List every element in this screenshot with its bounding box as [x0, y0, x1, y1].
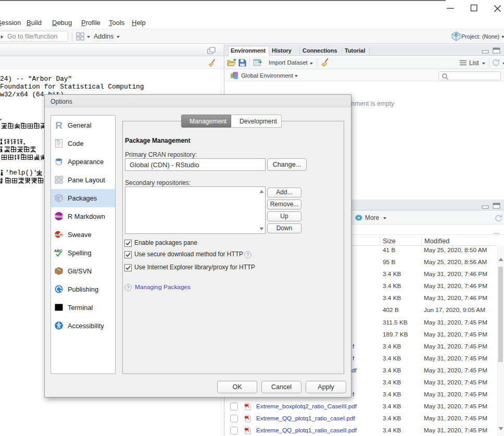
svg-text:?: ?: [246, 252, 249, 257]
svg-text:?: ?: [127, 285, 129, 290]
svg-text:ABC: ABC: [54, 248, 63, 253]
svg-text:R: R: [55, 120, 62, 130]
svg-text:R: R: [454, 32, 458, 37]
svg-text:Rmd: Rmd: [55, 214, 64, 219]
